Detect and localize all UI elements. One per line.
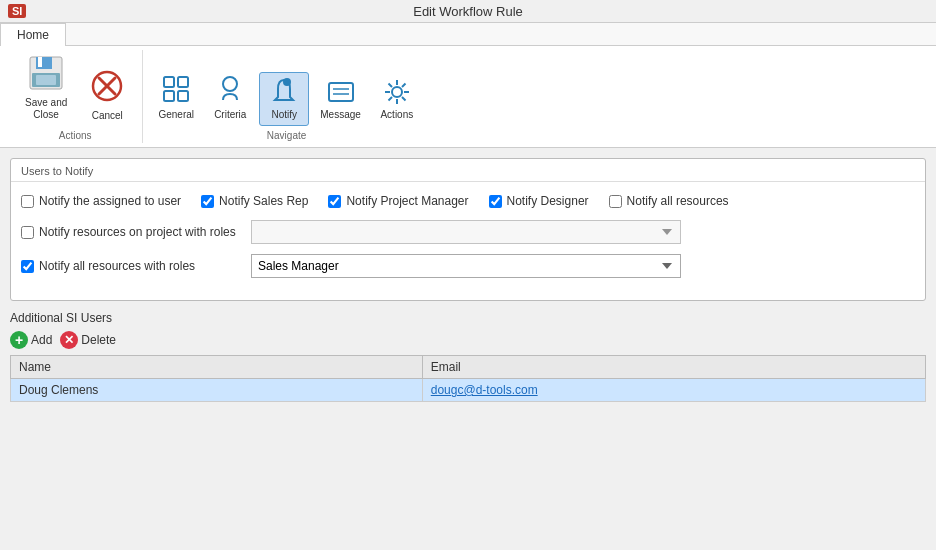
table-row[interactable]: Doug Clemens dougc@d-tools.com: [11, 379, 926, 402]
notify-assigned-checkbox[interactable]: [21, 195, 34, 208]
ribbon-group-navigate: General Criteria: [143, 50, 430, 143]
table-body: Doug Clemens dougc@d-tools.com: [11, 379, 926, 402]
table-header-row: Name Email: [11, 356, 926, 379]
svg-point-14: [283, 78, 291, 86]
users-toolbar: + Add ✕ Delete: [10, 331, 926, 349]
delete-user-button[interactable]: ✕ Delete: [60, 331, 116, 349]
criteria-icon: [215, 74, 245, 109]
additional-users-table: Name Email Doug Clemens dougc@d-tools.co…: [10, 355, 926, 402]
save-icon: [28, 55, 64, 97]
notify-sales-checkbox[interactable]: [201, 195, 214, 208]
tab-home[interactable]: Home: [0, 23, 66, 46]
svg-point-18: [392, 87, 402, 97]
role-row-all: Notify all resources with roles Sales Ma…: [21, 254, 915, 278]
add-icon: +: [10, 331, 28, 349]
svg-rect-2: [38, 57, 42, 67]
notify-roles-project-checkbox[interactable]: [21, 226, 34, 239]
svg-rect-8: [164, 77, 174, 87]
add-user-button[interactable]: + Add: [10, 331, 52, 349]
message-label: Message: [320, 109, 361, 121]
navigate-group-label: Navigate: [267, 126, 306, 143]
notify-pm-label: Notify Project Manager: [346, 194, 468, 208]
cancel-icon: [89, 68, 125, 110]
svg-line-24: [402, 97, 406, 101]
notify-sales-label: Notify Sales Rep: [219, 194, 308, 208]
notify-roles-project-dropdown[interactable]: [251, 220, 681, 244]
ribbon-tabs: Home: [0, 23, 936, 46]
criteria-button[interactable]: Criteria: [205, 69, 255, 126]
notify-all-checkbox[interactable]: [609, 195, 622, 208]
cancel-button[interactable]: Cancel: [80, 63, 134, 126]
notify-all-label: Notify all resources: [627, 194, 729, 208]
users-to-notify-section: Users to Notify Notify the assigned to u…: [10, 158, 926, 301]
app-logo: SI: [8, 4, 26, 18]
message-button[interactable]: Message: [313, 72, 368, 126]
svg-point-12: [223, 77, 237, 91]
main-content: Users to Notify Notify the assigned to u…: [0, 148, 936, 412]
message-icon: [326, 77, 356, 109]
general-icon: [161, 74, 191, 109]
notify-designer-checkbox[interactable]: [489, 195, 502, 208]
additional-users-title: Additional SI Users: [10, 311, 926, 325]
notify-roles-project-label[interactable]: Notify resources on project with roles: [21, 225, 241, 239]
notify-roles-all-checkbox[interactable]: [21, 260, 34, 273]
notify-button[interactable]: Notify: [259, 72, 309, 126]
notify-pm-item[interactable]: Notify Project Manager: [328, 194, 468, 208]
save-close-button[interactable]: Save andClose: [16, 50, 76, 126]
save-close-label: Save andClose: [25, 97, 67, 121]
svg-line-23: [388, 84, 392, 88]
table-head: Name Email: [11, 356, 926, 379]
delete-icon: ✕: [60, 331, 78, 349]
user-name-cell: Doug Clemens: [11, 379, 423, 402]
title-bar: SI Edit Workflow Rule: [0, 0, 936, 23]
add-label: Add: [31, 333, 52, 347]
svg-rect-9: [178, 77, 188, 87]
delete-label: Delete: [81, 333, 116, 347]
notify-all-item[interactable]: Notify all resources: [609, 194, 729, 208]
notify-icon: [269, 77, 299, 109]
svg-line-26: [388, 97, 392, 101]
user-email-link[interactable]: dougc@d-tools.com: [431, 383, 538, 397]
cancel-label: Cancel: [92, 110, 123, 121]
notify-roles-project-text: Notify resources on project with roles: [39, 225, 236, 239]
role-row-project: Notify resources on project with roles: [21, 220, 915, 244]
col-header-name: Name: [11, 356, 423, 379]
general-label: General: [158, 109, 194, 121]
notify-designer-item[interactable]: Notify Designer: [489, 194, 589, 208]
actions-nav-button[interactable]: Actions: [372, 72, 422, 126]
svg-rect-11: [178, 91, 188, 101]
ribbon-group-actions: Save andClose Cancel Actions: [8, 50, 143, 143]
svg-line-25: [402, 84, 406, 88]
ribbon-content: Save andClose Cancel Actions: [0, 46, 936, 147]
svg-rect-10: [164, 91, 174, 101]
general-button[interactable]: General: [151, 69, 201, 126]
ribbon: Home Save andClose: [0, 23, 936, 148]
ribbon-navigate-items: General Criteria: [151, 50, 422, 126]
actions-nav-label: Actions: [380, 109, 413, 121]
notify-roles-all-label[interactable]: Notify all resources with roles: [21, 259, 241, 273]
notify-roles-all-text: Notify all resources with roles: [39, 259, 195, 273]
notify-designer-label: Notify Designer: [507, 194, 589, 208]
users-to-notify-body: Notify the assigned to user Notify Sales…: [11, 182, 925, 300]
window-title: Edit Workflow Rule: [413, 4, 523, 19]
notify-sales-item[interactable]: Notify Sales Rep: [201, 194, 308, 208]
svg-rect-15: [329, 83, 353, 101]
criteria-label: Criteria: [214, 109, 246, 121]
users-to-notify-title: Users to Notify: [11, 159, 925, 182]
col-header-email: Email: [422, 356, 925, 379]
notify-pm-checkbox[interactable]: [328, 195, 341, 208]
actions-group-label: Actions: [59, 126, 92, 143]
notify-checkboxes-row: Notify the assigned to user Notify Sales…: [21, 194, 915, 208]
notify-assigned-item[interactable]: Notify the assigned to user: [21, 194, 181, 208]
actions-nav-icon: [382, 77, 412, 109]
notify-roles-all-dropdown[interactable]: Sales Manager Project Manager Designer A…: [251, 254, 681, 278]
user-email-cell: dougc@d-tools.com: [422, 379, 925, 402]
notify-label: Notify: [271, 109, 297, 121]
svg-rect-4: [36, 75, 56, 85]
notify-assigned-label: Notify the assigned to user: [39, 194, 181, 208]
additional-users-section: Additional SI Users + Add ✕ Delete Name …: [10, 311, 926, 402]
ribbon-actions-items: Save andClose Cancel: [16, 50, 134, 126]
